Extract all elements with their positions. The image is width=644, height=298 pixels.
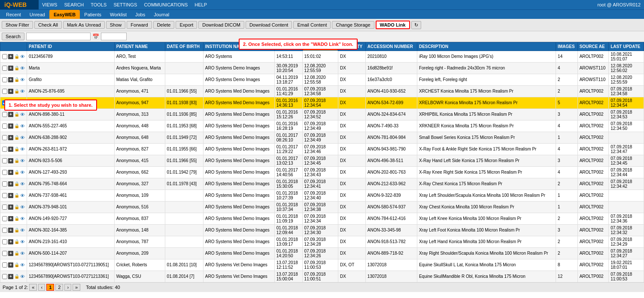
prev-page-button[interactable]: ‹ xyxy=(38,284,45,291)
view-icon[interactable]: 👁 xyxy=(20,77,25,82)
col-last-update[interactable]: LAST UPDATE xyxy=(609,42,644,51)
row-checkbox[interactable] xyxy=(2,193,7,198)
download-content-button[interactable]: Download Content xyxy=(246,21,292,29)
add-icon[interactable]: + xyxy=(8,193,13,198)
subnav-unread[interactable]: Unread xyxy=(25,10,49,19)
lock-icon[interactable]: 🔒 xyxy=(14,135,19,140)
view-icon[interactable]: 👁 xyxy=(20,193,25,198)
table-row[interactable]: + 🔒 👁 MartaAndres Noguera, MartaARO Syst… xyxy=(0,62,644,74)
lock-icon[interactable]: 🔒 xyxy=(14,54,19,59)
table-row[interactable]: + 🔒 👁 ANON-737-938-461Anonymous, 109ARO … xyxy=(0,190,644,201)
view-icon[interactable]: 👁 xyxy=(20,262,25,268)
add-icon[interactable]: + xyxy=(8,170,13,175)
change-storage-button[interactable]: Change Storage xyxy=(332,21,374,29)
add-icon[interactable]: + xyxy=(8,158,13,163)
view-icon[interactable]: 👁 xyxy=(20,274,25,279)
col-patient-id[interactable]: PATIENT ID xyxy=(27,42,115,51)
download-dicom-button[interactable]: Download DICOM xyxy=(198,21,244,29)
wado-link-button[interactable]: WADO Link xyxy=(376,21,410,29)
search-input[interactable] xyxy=(26,33,91,40)
view-icon[interactable]: 👁 xyxy=(20,228,25,233)
row-checkbox[interactable] xyxy=(2,77,7,82)
table-row[interactable]: + 🔒 👁 ANON-795-748-664Anonymous, 32701.0… xyxy=(0,178,644,190)
row-checkbox[interactable] xyxy=(2,216,7,221)
row-checkbox[interactable] xyxy=(2,89,7,94)
row-checkbox[interactable] xyxy=(2,181,7,187)
nav-communications[interactable]: COMMUNICATIONS xyxy=(140,0,191,9)
view-icon[interactable]: 👁 xyxy=(20,66,25,71)
last-page-button[interactable]: » xyxy=(73,284,80,291)
nav-search[interactable]: SEARCH xyxy=(61,0,87,9)
table-row[interactable]: + 🔒 👁 ANON-219-161-410Anonymous, 787ARO … xyxy=(0,236,644,247)
table-row[interactable]: + 🔒 👁 ANON-379-948-101Anonymous, 516ARO … xyxy=(0,201,644,213)
view-icon[interactable]: 👁 xyxy=(20,89,25,94)
first-page-button[interactable]: « xyxy=(29,284,37,291)
delete-button[interactable]: Delete xyxy=(153,21,175,29)
add-icon[interactable]: + xyxy=(8,123,13,129)
add-icon[interactable]: + xyxy=(8,216,13,221)
table-row[interactable]: + 🔒 👁 ANON-127-493-293Anonymous, 66201.0… xyxy=(0,166,644,178)
row-checkbox[interactable] xyxy=(2,147,7,152)
forward-button[interactable]: Forward xyxy=(127,21,152,29)
add-icon[interactable]: + xyxy=(8,89,13,94)
row-checkbox[interactable] xyxy=(2,274,7,279)
lock-icon[interactable]: 🔒 xyxy=(14,216,19,221)
table-row[interactable]: + 🔒 👁 ANON-263-811-972Anonymous, 82701.0… xyxy=(0,143,644,155)
view-icon[interactable]: 👁 xyxy=(20,170,25,175)
check-all-button[interactable]: Check All xyxy=(34,21,62,29)
view-icon[interactable]: 👁 xyxy=(20,158,25,163)
view-icon[interactable]: 👁 xyxy=(20,123,25,129)
view-icon[interactable]: 👁 xyxy=(20,239,25,244)
row-checkbox[interactable] xyxy=(2,170,7,175)
nav-help[interactable]: HELP xyxy=(191,0,210,9)
row-checkbox[interactable] xyxy=(2,205,7,210)
add-icon[interactable]: + xyxy=(8,262,13,268)
table-row[interactable]: + 🔒 👁 ANON-25-876-695Anonymous, 47101.01… xyxy=(0,85,644,97)
refresh-button[interactable]: ↻ xyxy=(411,21,421,29)
row-checkbox[interactable] xyxy=(2,66,7,71)
table-row[interactable]: + 🔒 👁 1234567890[AROWST103-07271139051]C… xyxy=(0,259,644,271)
table-row[interactable]: + 🔒 👁 ANON-555-227-465Anonymous, 44801.0… xyxy=(0,120,644,132)
view-icon[interactable]: 👁 xyxy=(20,181,25,187)
col-dob[interactable]: DATE OF BIRTH xyxy=(165,42,203,51)
view-icon[interactable]: 👁 xyxy=(20,112,25,117)
nav-tools[interactable]: TOOLS xyxy=(87,0,110,9)
row-checkbox[interactable] xyxy=(2,123,7,129)
mark-as-unread-button[interactable]: Mark As Unread xyxy=(63,21,105,29)
row-checkbox[interactable] xyxy=(2,228,7,233)
nav-settings[interactable]: SETTINGS xyxy=(110,0,140,9)
lock-icon[interactable]: 🔒 xyxy=(14,89,19,93)
view-icon[interactable]: 👁 xyxy=(20,216,25,221)
lock-icon[interactable]: 🔒 xyxy=(14,112,19,117)
lock-icon[interactable]: 🔒 xyxy=(14,262,19,267)
lock-icon[interactable]: 🔒 xyxy=(14,205,19,209)
row-checkbox[interactable] xyxy=(2,251,7,256)
lock-icon[interactable]: 🔒 xyxy=(14,170,19,175)
lock-icon[interactable]: 🔒 xyxy=(14,158,19,163)
subnav-patients[interactable]: Patients xyxy=(80,10,106,19)
col-accession[interactable]: ACCESSION NUMBER xyxy=(365,42,417,51)
add-icon[interactable]: + xyxy=(8,239,13,244)
row-checkbox[interactable] xyxy=(2,239,7,244)
add-icon[interactable]: + xyxy=(8,251,13,256)
row-checkbox[interactable] xyxy=(2,112,7,117)
next-page-button[interactable]: › xyxy=(64,284,71,291)
subnav-recent[interactable]: Recent xyxy=(2,10,25,19)
lock-icon[interactable]: 🔒 xyxy=(14,147,19,151)
add-icon[interactable]: + xyxy=(8,228,13,233)
add-icon[interactable]: + xyxy=(8,77,13,82)
nav-views[interactable]: VIEWS xyxy=(39,0,61,9)
table-row[interactable]: + 🔒 👁 ANON-500-114-207Anonymous, 209ARO … xyxy=(0,247,644,259)
page-1-button[interactable]: 1 xyxy=(46,284,54,291)
view-icon[interactable]: 👁 xyxy=(20,147,25,152)
add-icon[interactable]: + xyxy=(8,274,13,279)
table-row[interactable]: + 🔒 👁 1234567890[AROWST103-07271213361]W… xyxy=(0,271,644,282)
add-icon[interactable]: + xyxy=(8,112,13,117)
institution-filter-input[interactable]: ARO* xyxy=(101,33,127,40)
subnav-easyweb[interactable]: EasyWEB xyxy=(49,10,80,19)
show-button[interactable]: Show xyxy=(106,21,126,29)
add-icon[interactable]: + xyxy=(8,147,13,152)
lock-icon[interactable]: 🔒 xyxy=(14,193,19,198)
row-checkbox[interactable] xyxy=(2,262,7,268)
add-icon[interactable]: + xyxy=(8,66,13,71)
